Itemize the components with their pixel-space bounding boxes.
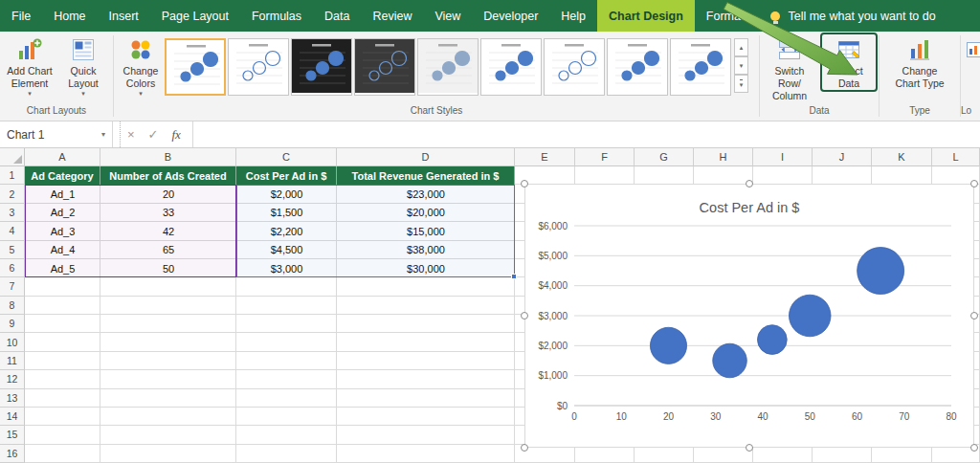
table-cell-D6[interactable]: $30,000 [337, 259, 515, 277]
column-header-B[interactable]: B [100, 148, 236, 166]
menu-tab-formulas[interactable]: Formulas [240, 0, 313, 32]
name-box-dropdown-icon[interactable]: ▾ [101, 130, 105, 139]
chart-selection-handle[interactable] [521, 444, 528, 452]
add-chart-element-button[interactable]: Add Chart Element ▾ [3, 34, 56, 97]
chart-style-thumbnail-6[interactable] [480, 38, 542, 96]
row-header-3[interactable]: 3 [0, 204, 25, 222]
select-all-button[interactable] [0, 148, 25, 166]
menu-tab-help[interactable]: Help [549, 0, 597, 32]
column-header-A[interactable]: A [25, 148, 100, 166]
table-header-cell-D1[interactable]: Total Revenue Generated in $ [337, 166, 515, 185]
formula-bar-grip[interactable] [113, 121, 121, 147]
row-header-7[interactable]: 7 [0, 277, 25, 296]
table-cell-D5[interactable]: $38,000 [337, 241, 515, 259]
chart-style-thumbnail-9[interactable] [670, 38, 731, 96]
menu-tab-format[interactable]: Format [695, 0, 756, 32]
chart-selection-handle[interactable] [746, 180, 753, 187]
menu-tab-view[interactable]: View [423, 0, 472, 32]
table-cell-C2[interactable]: $2,000 [236, 185, 337, 203]
table-cell-B3[interactable]: 33 [100, 204, 236, 222]
menu-tab-page-layout[interactable]: Page Layout [150, 0, 240, 32]
cancel-icon[interactable]: × [121, 121, 142, 147]
table-cell-D4[interactable]: $15,000 [337, 222, 515, 240]
table-cell-B4[interactable]: 42 [100, 222, 236, 240]
gallery-more-icon[interactable]: ▾ [734, 75, 748, 93]
chart-selection-handle[interactable] [746, 444, 753, 452]
row-header-2[interactable]: 2 [0, 185, 25, 203]
table-cell-D2[interactable]: $23,000 [337, 185, 515, 203]
insert-function-button[interactable]: fx [166, 121, 193, 147]
enter-icon[interactable]: ✓ [142, 121, 166, 147]
row-header-15[interactable]: 15 [0, 426, 25, 444]
row-header-4[interactable]: 4 [0, 222, 25, 240]
menu-tab-file[interactable]: File [0, 0, 42, 32]
menu-tab-home[interactable]: Home [42, 0, 97, 32]
row-header-10[interactable]: 10 [0, 333, 25, 351]
menu-tab-review[interactable]: Review [361, 0, 423, 32]
row-header-1[interactable]: 1 [0, 166, 25, 185]
row-header-11[interactable]: 11 [0, 352, 25, 370]
row-header-9[interactable]: 9 [0, 315, 25, 333]
row-header-6[interactable]: 6 [0, 259, 25, 277]
formula-input[interactable] [193, 121, 980, 147]
column-header-D[interactable]: D [337, 148, 515, 166]
column-header-E[interactable]: E [515, 148, 575, 166]
chart-style-thumbnail-4[interactable] [354, 38, 415, 96]
row-header-8[interactable]: 8 [0, 297, 25, 315]
table-cell-B6[interactable]: 50 [100, 259, 236, 277]
gallery-scroll-up-icon[interactable]: ▴ [734, 38, 748, 56]
column-header-K[interactable]: K [872, 148, 932, 166]
worksheet-grid[interactable]: ABCDEFGHIJKL12345678910111213141516Ad Ca… [0, 148, 980, 463]
name-box[interactable]: Chart 1 ▾ [0, 121, 113, 147]
table-header-cell-C1[interactable]: Cost Per Ad in $ [236, 166, 337, 185]
menu-tab-chart-design[interactable]: Chart Design [597, 0, 695, 32]
column-header-J[interactable]: J [813, 148, 872, 166]
table-cell-C5[interactable]: $4,500 [236, 241, 337, 259]
chart-style-thumbnail-7[interactable] [544, 38, 605, 96]
table-cell-A4[interactable]: Ad_3 [25, 222, 100, 240]
row-header-16[interactable]: 16 [0, 445, 25, 463]
select-data-button[interactable]: Select Data [822, 34, 876, 90]
menu-tab-developer[interactable]: Developer [472, 0, 549, 32]
menu-tab-data[interactable]: Data [313, 0, 361, 32]
chart-selection-handle[interactable] [970, 312, 978, 320]
chart-selection-handle[interactable] [521, 180, 528, 187]
table-cell-D3[interactable]: $20,000 [337, 204, 515, 222]
change-colors-button[interactable]: Change Colors ▾ [117, 34, 165, 97]
menu-tab-insert[interactable]: Insert [98, 0, 150, 32]
chart-selection-handle[interactable] [970, 444, 978, 452]
chart-style-thumbnail-5[interactable] [417, 38, 479, 96]
quick-layout-button[interactable]: Quick Layout ▾ [56, 34, 110, 97]
chart-style-thumbnail-1[interactable] [165, 38, 226, 96]
column-header-H[interactable]: H [694, 148, 753, 166]
table-header-cell-B1[interactable]: Number of Ads Created [100, 166, 236, 185]
change-chart-type-button[interactable]: Change Chart Type [893, 34, 947, 90]
table-cell-B2[interactable]: 20 [100, 185, 236, 203]
table-cell-C6[interactable]: $3,000 [236, 259, 337, 277]
tell-me-box[interactable]: Tell me what you want to do [770, 0, 935, 32]
column-header-G[interactable]: G [635, 148, 694, 166]
column-header-I[interactable]: I [753, 148, 813, 166]
chart-selection-handle[interactable] [970, 180, 978, 187]
embedded-chart[interactable]: $0$1,000$2,000$3,000$4,000$5,000$6,00001… [524, 184, 974, 448]
column-header-L[interactable]: L [932, 148, 980, 166]
column-header-C[interactable]: C [236, 148, 337, 166]
chart-selection-handle[interactable] [521, 312, 528, 320]
table-cell-A3[interactable]: Ad_2 [25, 204, 100, 222]
row-header-12[interactable]: 12 [0, 370, 25, 388]
table-cell-C4[interactable]: $2,200 [236, 222, 337, 240]
column-header-F[interactable]: F [575, 148, 635, 166]
table-cell-A2[interactable]: Ad_1 [25, 185, 100, 203]
table-header-cell-A1[interactable]: Ad Category [25, 166, 100, 185]
row-header-13[interactable]: 13 [0, 389, 25, 408]
row-header-14[interactable]: 14 [0, 408, 25, 426]
fill-handle[interactable] [511, 274, 517, 279]
gallery-scroll-down-icon[interactable]: ▾ [734, 56, 748, 75]
chart-style-thumbnail-3[interactable] [291, 38, 352, 96]
switch-row-column-button[interactable]: Switch Row/ Column [763, 34, 816, 102]
chart-style-thumbnail-2[interactable] [228, 38, 289, 96]
chart-style-thumbnail-8[interactable] [607, 38, 668, 96]
table-cell-B5[interactable]: 65 [100, 241, 236, 259]
table-cell-A5[interactable]: Ad_4 [25, 241, 100, 259]
move-chart-button-partial[interactable] [964, 34, 980, 65]
